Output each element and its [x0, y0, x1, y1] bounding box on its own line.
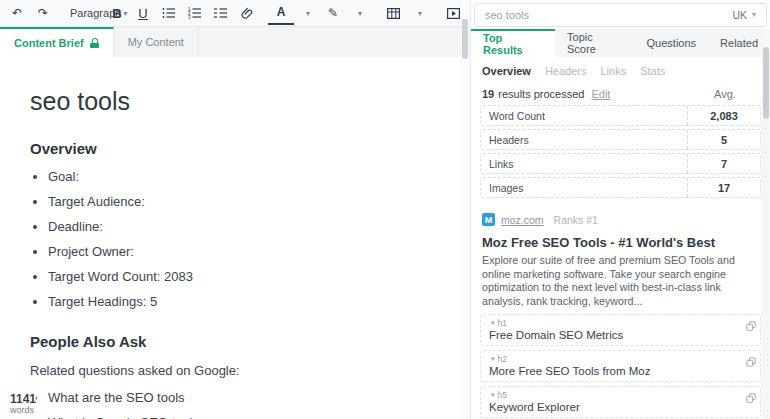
tab-my-content[interactable]: My Content — [114, 27, 199, 57]
word-count-value: 1141 — [10, 394, 36, 405]
table-button[interactable] — [380, 2, 406, 24]
chevron-down-icon[interactable]: ▾ — [358, 9, 362, 18]
redo-icon: ↷ — [38, 6, 48, 20]
copy-button[interactable] — [746, 317, 756, 335]
highlighter-icon: ✎ — [328, 6, 338, 20]
tab-questions[interactable]: Questions — [635, 29, 709, 57]
editor-pane: ↶ ↷ Paragraph ▾ B U 123 A ▾ — [0, 0, 470, 419]
header-item[interactable]: ▾h1 Free Domain SEO Metrics — [480, 314, 761, 346]
overview-heading: Overview — [30, 140, 450, 157]
metric-value: 5 — [687, 130, 760, 149]
overview-list: Goal: Target Audience: Deadline: Project… — [30, 169, 450, 309]
header-tag: h5 — [498, 390, 507, 400]
numbered-list-icon: 123 — [188, 7, 202, 19]
subtab-stats[interactable]: Stats — [640, 65, 665, 77]
chevron-down-icon[interactable]: ▾ — [418, 9, 422, 18]
serp-result: M moz.com Ranks #1 Moz Free SEO Tools - … — [471, 201, 770, 314]
panel-scrollbar-thumb[interactable] — [763, 47, 769, 119]
results-summary: 19 results processed Edit Avg. — [471, 83, 770, 105]
svg-text:3: 3 — [188, 15, 191, 19]
task-list-button[interactable] — [208, 2, 234, 24]
avg-column-header: Avg. — [689, 88, 761, 100]
chevron-down-icon[interactable]: ▾ — [491, 319, 495, 327]
serp-rank-badge: Ranks #1 — [554, 214, 598, 226]
bullet-list-icon — [162, 7, 176, 19]
list-item: Target Audience: — [48, 194, 450, 209]
link-icon — [241, 7, 254, 20]
keyword-search-box[interactable]: UK ▾ — [474, 3, 767, 27]
copy-icon — [746, 321, 756, 331]
serp-title: Moz Free SEO Tools - #1 World's Best — [482, 235, 759, 250]
chevron-down-icon[interactable]: ▾ — [491, 355, 495, 363]
undo-icon: ↶ — [12, 6, 22, 20]
task-list-icon — [214, 7, 228, 19]
document-editor[interactable]: seo tools Overview Goal: Target Audience… — [0, 87, 470, 419]
header-item[interactable]: ▾h2 More Free SEO Tools from Moz — [480, 350, 761, 382]
metric-row-links: Links 7 — [480, 153, 761, 174]
text-color-button[interactable]: A — [268, 1, 294, 25]
panel-scrollbar[interactable] — [762, 29, 770, 419]
tab-related[interactable]: Related — [708, 29, 770, 57]
metric-row-images: Images 17 — [480, 177, 761, 198]
metric-row-headers: Headers 5 — [480, 129, 761, 150]
copy-button[interactable] — [746, 353, 756, 371]
header-text: More Free SEO Tools from Moz — [489, 365, 736, 377]
copy-button[interactable] — [746, 389, 756, 407]
serp-description: Explore our suite of free and premium SE… — [482, 254, 759, 308]
region-select[interactable]: UK ▾ — [732, 9, 756, 21]
list-item: What is Google SEO tools — [48, 415, 450, 419]
results-label: results processed — [498, 88, 584, 100]
metric-value: 7 — [687, 154, 760, 173]
lock-icon — [90, 38, 99, 48]
region-label: UK — [732, 9, 747, 21]
serp-result-header: M moz.com Ranks #1 — [482, 213, 759, 226]
video-icon — [447, 8, 460, 19]
edit-results-link[interactable]: Edit — [591, 88, 610, 100]
list-item: Target Word Count: 2083 — [48, 269, 450, 284]
numbered-list-button[interactable]: 123 — [182, 2, 208, 24]
chevron-down-icon[interactable]: ▾ — [306, 9, 310, 18]
paa-list: What are the SEO tools What is Google SE… — [30, 390, 450, 419]
bullet-list-button[interactable] — [156, 2, 182, 24]
list-item: What are the SEO tools — [48, 390, 450, 405]
metric-label: Headers — [481, 130, 687, 149]
moz-favicon-icon: M — [482, 213, 495, 226]
metric-row-word-count: Word Count 2,083 — [480, 105, 761, 126]
analysis-panel: UK ▾ Top Results Topic Score Questions R… — [470, 0, 770, 419]
subtab-links[interactable]: Links — [601, 65, 627, 77]
results-count: 19 — [482, 88, 494, 100]
copy-icon — [746, 393, 756, 403]
app-window: ↶ ↷ Paragraph ▾ B U 123 A ▾ — [0, 0, 770, 419]
bold-button[interactable]: B — [104, 2, 130, 24]
subtab-overview[interactable]: Overview — [482, 65, 531, 77]
redo-button[interactable]: ↷ — [30, 2, 56, 24]
metric-label: Images — [481, 178, 687, 197]
tab-top-results[interactable]: Top Results — [471, 29, 555, 57]
tab-content-brief[interactable]: Content Brief — [0, 27, 114, 57]
metric-value: 2,083 — [687, 106, 760, 125]
word-count: 1141 words — [10, 394, 36, 416]
list-item: Project Owner: — [48, 244, 450, 259]
editor-scrollbar[interactable] — [461, 0, 469, 419]
paa-intro: Related questions asked on Google: — [30, 363, 450, 378]
undo-button[interactable]: ↶ — [4, 2, 30, 24]
paragraph-style-select[interactable]: Paragraph ▾ — [64, 2, 96, 24]
tab-topic-score[interactable]: Topic Score — [555, 29, 635, 57]
metric-value: 17 — [687, 178, 760, 197]
editor-scrollbar-thumb[interactable] — [462, 19, 468, 59]
keyword-search-input[interactable] — [485, 9, 732, 21]
link-button[interactable] — [234, 2, 260, 24]
word-count-label: words — [10, 405, 36, 416]
tab-content-brief-label: Content Brief — [14, 37, 84, 49]
header-item[interactable]: ▾h5 Keyword Explorer — [480, 386, 761, 418]
chevron-down-icon[interactable]: ▾ — [491, 391, 495, 399]
list-item: Target Headings: 5 — [48, 294, 450, 309]
highlight-color-button[interactable]: ✎ — [320, 2, 346, 24]
document-title: seo tools — [30, 87, 450, 116]
paa-heading: People Also Ask — [30, 333, 450, 350]
serp-domain-link[interactable]: moz.com — [501, 214, 544, 226]
header-tag: h2 — [498, 354, 507, 364]
subtab-headers[interactable]: Headers — [545, 65, 587, 77]
underline-button[interactable]: U — [130, 2, 156, 24]
header-text: Free Domain SEO Metrics — [489, 329, 736, 341]
